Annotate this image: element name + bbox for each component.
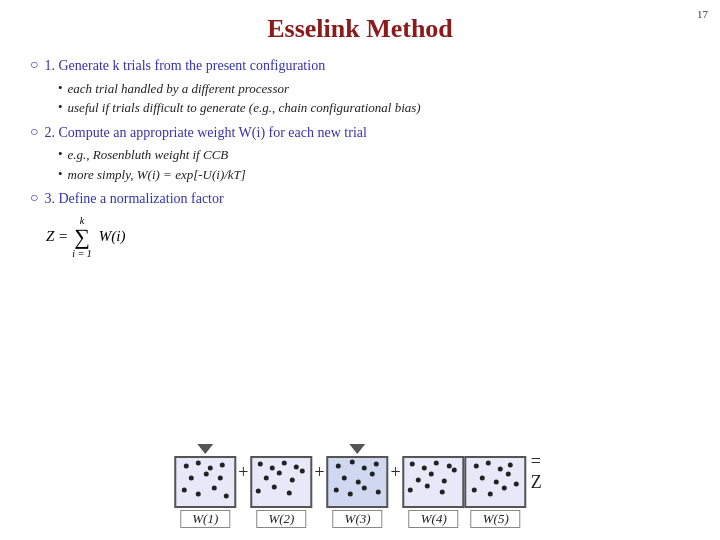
svg-point-52 <box>488 492 493 497</box>
slide-number: 17 <box>697 8 708 20</box>
formula-rhs: W(i) <box>99 228 126 245</box>
svg-point-42 <box>425 484 430 489</box>
svg-point-19 <box>256 489 261 494</box>
svg-point-32 <box>376 490 381 495</box>
box-5 <box>465 456 527 508</box>
plus-2: + <box>314 462 324 511</box>
svg-point-5 <box>204 472 209 477</box>
box-group-3: W(3) <box>327 444 389 528</box>
svg-point-23 <box>350 460 355 465</box>
sub-point-1a: • each trial handled by a different proc… <box>58 80 700 98</box>
bullet-circle-1: ○ <box>30 57 38 73</box>
svg-point-29 <box>334 488 339 493</box>
formula-section: Z = k ∑ i = 1 W(i) <box>46 215 700 259</box>
svg-point-34 <box>422 466 427 471</box>
bullet-circle-2: ○ <box>30 124 38 140</box>
main-point-1-text: 1. Generate k trials from the present co… <box>44 56 325 76</box>
box-group-2: W(2) <box>250 444 312 528</box>
svg-point-27 <box>356 480 361 485</box>
main-point-1: ○ 1. Generate k trials from the present … <box>30 56 700 76</box>
diagram: W(1) + <box>174 444 545 528</box>
box-4 <box>403 456 465 508</box>
main-point-3: ○ 3. Define a normalization factor <box>30 189 700 209</box>
svg-point-35 <box>434 461 439 466</box>
svg-point-1 <box>196 461 201 466</box>
svg-point-53 <box>502 486 507 491</box>
svg-point-14 <box>294 465 299 470</box>
svg-point-50 <box>506 472 511 477</box>
box-1 <box>174 456 236 508</box>
svg-point-8 <box>196 492 201 497</box>
equals-result: = Z <box>531 451 542 521</box>
svg-point-28 <box>370 472 375 477</box>
svg-point-18 <box>300 469 305 474</box>
svg-point-13 <box>282 461 287 466</box>
box-group-4: W(4) <box>403 444 465 528</box>
sub-text-2b: more simply, W(i) = exp[-U(i)/kT] <box>68 166 246 184</box>
svg-point-21 <box>287 491 292 496</box>
slide-title: Esselink Method <box>20 14 700 44</box>
main-point-2-text: 2. Compute an appropriate weight W(i) fo… <box>44 123 366 143</box>
svg-point-36 <box>447 464 452 469</box>
svg-point-12 <box>270 466 275 471</box>
dots-1 <box>176 458 234 506</box>
svg-point-26 <box>342 476 347 481</box>
svg-point-54 <box>514 482 519 487</box>
svg-point-10 <box>224 494 229 499</box>
sub-points-1: • each trial handled by a different proc… <box>58 80 700 117</box>
svg-point-41 <box>408 488 413 493</box>
box-label-2: W(2) <box>256 510 306 528</box>
svg-point-9 <box>212 486 217 491</box>
svg-point-24 <box>362 466 367 471</box>
plus-1: + <box>238 462 248 511</box>
dots-2 <box>252 458 310 506</box>
sub-point-2a: • e.g., Rosenbluth weight if CCB <box>58 146 700 164</box>
svg-point-30 <box>348 492 353 497</box>
svg-point-17 <box>290 478 295 483</box>
box-group-5: W(5) <box>465 444 527 528</box>
box-label-3: W(3) <box>333 510 383 528</box>
sub-point-1b: • useful if trials difficult to generate… <box>58 99 700 117</box>
slide: 17 Esselink Method ○ 1. Generate k trial… <box>0 0 720 540</box>
svg-point-47 <box>508 463 513 468</box>
svg-point-39 <box>442 479 447 484</box>
sub-bullet-1b: • <box>58 99 63 115</box>
svg-point-6 <box>218 476 223 481</box>
svg-point-25 <box>374 462 379 467</box>
svg-point-31 <box>362 486 367 491</box>
box-label-5: W(5) <box>471 510 521 528</box>
plus-3: + <box>391 462 401 511</box>
sum-bottom: i = 1 <box>72 248 92 259</box>
box-label-1: W(1) <box>180 510 230 528</box>
svg-point-43 <box>440 490 445 495</box>
arrow-3 <box>350 444 366 454</box>
sub-bullet-1a: • <box>58 80 63 96</box>
svg-point-51 <box>472 488 477 493</box>
formula-lhs: Z = <box>46 228 68 245</box>
dots-4 <box>405 458 463 506</box>
svg-point-49 <box>494 480 499 485</box>
formula-line: Z = k ∑ i = 1 W(i) <box>46 215 700 259</box>
svg-point-22 <box>336 464 341 469</box>
svg-point-3 <box>220 463 225 468</box>
svg-point-11 <box>258 462 263 467</box>
sub-bullet-2b: • <box>58 166 63 182</box>
sub-points-2: • e.g., Rosenbluth weight if CCB • more … <box>58 146 700 183</box>
svg-point-44 <box>474 464 479 469</box>
box-label-4: W(4) <box>409 510 459 528</box>
sub-text-1b: useful if trials difficult to generate (… <box>68 99 421 117</box>
box-2 <box>250 456 312 508</box>
sum-symbol: ∑ <box>74 226 90 248</box>
svg-point-38 <box>429 472 434 477</box>
svg-point-48 <box>480 476 485 481</box>
arrow-1 <box>197 444 213 454</box>
svg-point-45 <box>486 461 491 466</box>
dots-3 <box>329 458 387 506</box>
svg-point-15 <box>264 476 269 481</box>
sub-text-1a: each trial handled by a different proces… <box>68 80 289 98</box>
svg-point-7 <box>182 488 187 493</box>
sub-point-2b: • more simply, W(i) = exp[-U(i)/kT] <box>58 166 700 184</box>
svg-point-16 <box>277 471 282 476</box>
dots-5 <box>467 458 525 506</box>
sub-bullet-2a: • <box>58 146 63 162</box>
